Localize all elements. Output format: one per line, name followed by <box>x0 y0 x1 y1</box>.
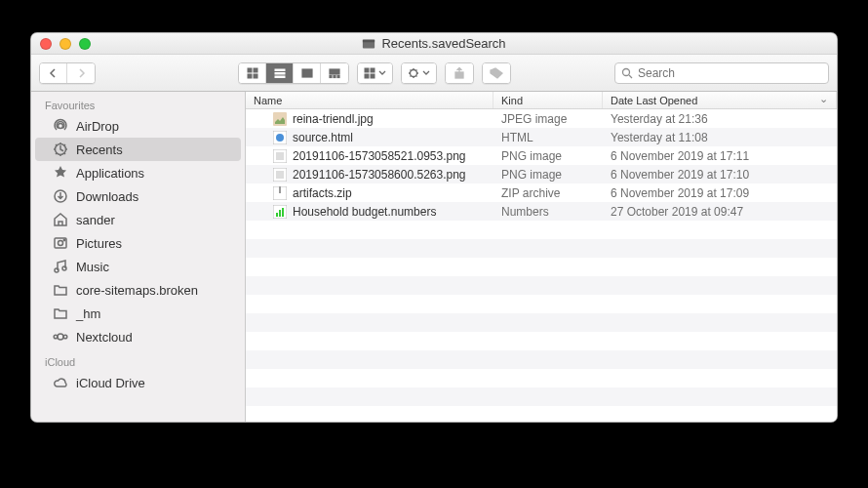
file-row[interactable]: Household budget.numbersNumbers27 Octobe… <box>246 202 837 221</box>
sidebar-item-label: Applications <box>76 166 144 181</box>
file-date: Yesterday at 11:08 <box>603 131 837 144</box>
svg-rect-5 <box>254 74 257 78</box>
share-button[interactable] <box>446 63 473 83</box>
png-file-icon <box>273 149 287 163</box>
sidebar-item-sander[interactable]: sander <box>35 208 241 231</box>
empty-row <box>246 221 837 239</box>
file-name: artifacts.zip <box>293 186 352 200</box>
sidebar[interactable]: FavouritesAirDropRecentsApplicationsDown… <box>31 92 246 422</box>
column-header-kind[interactable]: Kind <box>493 92 603 108</box>
tags-button[interactable] <box>483 63 510 83</box>
music-icon <box>53 259 68 274</box>
toolbar <box>31 55 837 92</box>
svg-rect-6 <box>275 69 285 71</box>
file-name-cell: 20191106-1573058521.0953.png <box>246 149 493 163</box>
sidebar-item-label: Recents <box>76 142 123 157</box>
file-row[interactable]: artifacts.zipZIP archive6 November 2019 … <box>246 183 837 202</box>
sidebar-item-label: AirDrop <box>76 119 119 134</box>
window-controls <box>40 38 91 50</box>
svg-rect-16 <box>365 74 369 78</box>
saved-search-icon <box>362 37 375 51</box>
file-row[interactable]: source.htmlHTMLYesterday at 11:08 <box>246 128 837 146</box>
search-field[interactable] <box>614 62 829 84</box>
sidebar-item-recents[interactable]: Recents <box>35 138 241 161</box>
svg-rect-7 <box>275 72 285 74</box>
file-name-cell: source.html <box>246 131 493 144</box>
back-button[interactable] <box>40 63 67 83</box>
sidebar-resize-handle[interactable] <box>242 92 246 422</box>
sidebar-item--hm[interactable]: _hm <box>35 302 241 325</box>
svg-rect-4 <box>248 74 252 78</box>
action-segment <box>401 62 437 84</box>
sidebar-section-label: Favourites <box>31 92 245 114</box>
file-name: 20191106-1573058600.5263.png <box>293 168 466 182</box>
svg-rect-19 <box>455 72 463 78</box>
nextcloud-icon <box>53 329 68 345</box>
jpg-file-icon <box>273 112 287 126</box>
arrange-segment <box>357 62 393 84</box>
file-kind: ZIP archive <box>493 186 603 200</box>
file-name-cell: artifacts.zip <box>246 186 493 200</box>
sidebar-item-label: sander <box>76 213 115 227</box>
file-name: Household budget.numbers <box>293 205 436 219</box>
empty-row <box>246 295 837 313</box>
sidebar-section-label: iCloud <box>31 348 245 371</box>
file-kind: PNG image <box>493 149 603 163</box>
window-title: Recents.savedSearch <box>362 36 505 51</box>
empty-row <box>246 276 837 295</box>
forward-button[interactable] <box>67 63 95 83</box>
sidebar-item-music[interactable]: Music <box>35 255 241 278</box>
svg-rect-43 <box>276 213 278 217</box>
sidebar-item-applications[interactable]: Applications <box>35 161 241 184</box>
svg-rect-11 <box>330 75 332 77</box>
svg-rect-8 <box>275 76 285 78</box>
zoom-button[interactable] <box>79 38 91 50</box>
file-name: source.html <box>293 131 353 144</box>
svg-rect-15 <box>371 68 375 72</box>
file-row[interactable]: reina-triendl.jpgJPEG imageYesterday at … <box>246 109 837 128</box>
list-view-button[interactable] <box>266 63 294 83</box>
sidebar-item-label: Downloads <box>76 189 138 204</box>
search-input[interactable] <box>638 66 822 80</box>
empty-row <box>246 369 837 387</box>
column-header-date[interactable]: Date Last Opened <box>603 92 837 108</box>
sidebar-item-label: iCloud Drive <box>76 376 145 390</box>
svg-rect-37 <box>276 152 284 160</box>
share-segment <box>445 62 474 84</box>
column-view-button[interactable] <box>294 63 321 83</box>
svg-rect-2 <box>248 68 252 72</box>
content-area: Name Kind Date Last Opened reina-triendl… <box>246 92 837 422</box>
sidebar-item-core-sitemaps-broken[interactable]: core-sitemaps.broken <box>35 278 241 302</box>
titlebar[interactable]: Recents.savedSearch <box>31 33 837 55</box>
apps-icon <box>53 165 68 181</box>
svg-rect-39 <box>276 171 284 179</box>
window-body: FavouritesAirDropRecentsApplicationsDown… <box>31 92 837 422</box>
chevron-down-icon <box>378 69 386 77</box>
file-name-cell: reina-triendl.jpg <box>246 112 493 126</box>
file-name: 20191106-1573058521.0953.png <box>293 149 466 163</box>
arrange-button[interactable] <box>358 63 392 83</box>
svg-rect-14 <box>365 68 369 72</box>
sidebar-item-nextcloud[interactable]: Nextcloud <box>35 325 241 348</box>
sidebar-item-downloads[interactable]: Downloads <box>35 184 241 208</box>
minimize-button[interactable] <box>59 38 71 50</box>
icon-view-button[interactable] <box>239 63 266 83</box>
column-header-name[interactable]: Name <box>246 92 493 108</box>
sidebar-item-icloud-drive[interactable]: iCloud Drive <box>35 371 241 394</box>
gallery-view-button[interactable] <box>321 63 348 83</box>
svg-point-20 <box>493 70 494 72</box>
empty-row <box>246 406 837 422</box>
file-row[interactable]: 20191106-1573058521.0953.pngPNG image6 N… <box>246 146 837 165</box>
file-list[interactable]: reina-triendl.jpgJPEG imageYesterday at … <box>246 109 837 422</box>
tags-segment <box>482 62 511 84</box>
file-date: 27 October 2019 at 09:47 <box>603 205 837 219</box>
svg-rect-45 <box>282 208 284 217</box>
sidebar-item-pictures[interactable]: Pictures <box>35 231 241 255</box>
sidebar-item-airdrop[interactable]: AirDrop <box>35 114 241 138</box>
svg-rect-1 <box>363 39 375 42</box>
file-row[interactable]: 20191106-1573058600.5263.pngPNG image6 N… <box>246 165 837 183</box>
action-button[interactable] <box>402 63 436 83</box>
close-button[interactable] <box>40 38 52 50</box>
file-name-cell: 20191106-1573058600.5263.png <box>246 168 493 182</box>
svg-point-28 <box>55 268 59 272</box>
